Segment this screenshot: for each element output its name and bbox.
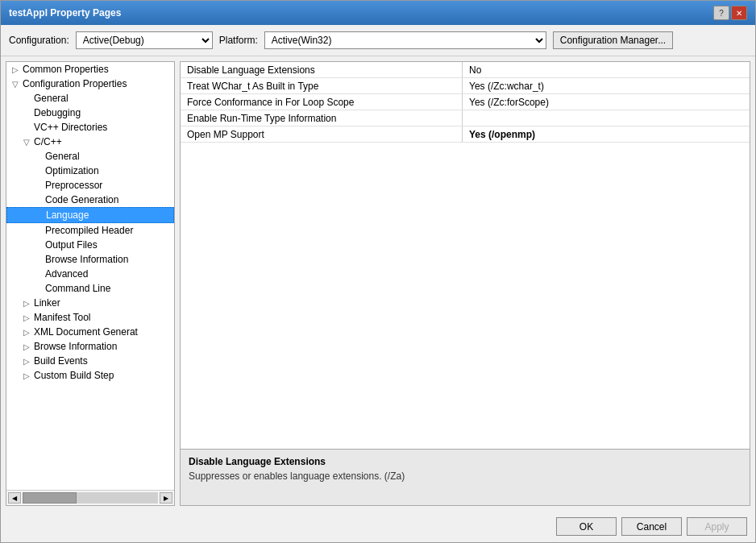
platform-select[interactable]: Active(Win32) <box>264 31 546 49</box>
close-button[interactable]: ✕ <box>731 6 747 20</box>
expand-icon-cpp-out <box>32 239 44 251</box>
expand-icon-cpp-cmdline <box>32 283 44 294</box>
table-row[interactable]: Open MP SupportYes (/openmp) <box>181 126 750 143</box>
expand-icon-cpp-adv <box>32 268 44 280</box>
scroll-right-arrow[interactable]: ▶ <box>160 492 172 504</box>
tree-label-linker: Linker <box>34 297 60 309</box>
expand-icon-cpp-pre <box>32 180 44 191</box>
tree-item-debugging[interactable]: Debugging <box>6 106 174 120</box>
prop-value-2: Yes (/Zc:forScope) <box>463 94 750 110</box>
tree-item-cpp-out[interactable]: Output Files <box>6 238 174 252</box>
tree-label-common-props: Common Properties <box>23 64 109 75</box>
expand-icon-common-props: ▷ <box>10 64 21 75</box>
button-bar: OK Cancel Apply <box>1 511 755 542</box>
tree-label-manifest: Manifest Tool <box>34 312 90 323</box>
tree-label-cpp-browse: Browse Information <box>45 254 128 265</box>
property-table: Disable Language ExtensionsNoTreat WChar… <box>180 61 750 450</box>
tree-label-cpp: C/C++ <box>34 136 62 147</box>
prop-name-2: Force Conformance in For Loop Scope <box>181 94 463 110</box>
help-button[interactable]: ? <box>713 6 729 20</box>
tree-item-cpp-browse[interactable]: Browse Information <box>6 252 174 267</box>
tree-item-manifest[interactable]: ▷Manifest Tool <box>6 310 174 325</box>
platform-label: Platform: <box>219 35 258 46</box>
description-title: Disable Language Extensions <box>189 456 741 467</box>
expand-icon-xml-doc: ▷ <box>21 326 32 338</box>
cancel-button[interactable]: Cancel <box>621 517 682 536</box>
tree-label-cpp-pre: Preprocessor <box>45 180 102 191</box>
tree-label-debugging: Debugging <box>34 107 81 118</box>
expand-icon-cpp-lang <box>33 209 44 221</box>
table-row[interactable]: Enable Run-Time Type Information <box>181 110 750 126</box>
config-manager-button[interactable]: Configuration Manager... <box>553 31 673 49</box>
prop-value-3 <box>463 110 750 126</box>
tree-item-custom-build[interactable]: ▷Custom Build Step <box>6 368 174 383</box>
tree-label-cpp-codegen: Code Generation <box>45 194 118 205</box>
tree-label-cpp-pch: Precompiled Header <box>45 225 133 236</box>
tree-label-cpp-lang: Language <box>46 209 89 221</box>
title-bar: testAppl Property Pages ? ✕ <box>1 1 755 25</box>
ok-button[interactable]: OK <box>556 517 617 536</box>
config-label: Configuration: <box>9 35 69 46</box>
tree-item-cpp-codegen[interactable]: Code Generation <box>6 193 174 207</box>
expand-icon-general <box>21 93 32 104</box>
tree-item-cpp-pre[interactable]: Preprocessor <box>6 178 174 193</box>
prop-value-0: No <box>463 62 750 77</box>
description-panel: Disable Language Extensions Suppresses o… <box>180 450 750 506</box>
tree-label-cpp-general: General <box>45 151 80 162</box>
expand-icon-linker: ▷ <box>21 297 32 309</box>
dialog-title: testAppl Property Pages <box>9 7 121 19</box>
tree-item-cpp-opt[interactable]: Optimization <box>6 164 174 178</box>
tree-item-config-props[interactable]: ▽Configuration Properties <box>6 77 174 91</box>
main-content: ▷Common Properties▽Configuration Propert… <box>1 56 755 511</box>
prop-name-3: Enable Run-Time Type Information <box>181 110 463 126</box>
title-bar-buttons: ? ✕ <box>713 6 747 20</box>
expand-icon-custom-build: ▷ <box>21 370 32 381</box>
tree-item-browse-info[interactable]: ▷Browse Information <box>6 339 174 354</box>
tree-item-cpp-pch[interactable]: Precompiled Header <box>6 223 174 238</box>
apply-button[interactable]: Apply <box>687 517 747 536</box>
tree-label-build-events: Build Events <box>34 355 88 367</box>
tree-panel: ▷Common Properties▽Configuration Propert… <box>6 61 175 506</box>
table-row[interactable]: Force Conformance in For Loop ScopeYes (… <box>181 94 750 110</box>
tree-item-cpp-adv[interactable]: Advanced <box>6 267 174 281</box>
prop-value-1: Yes (/Zc:wchar_t) <box>463 78 750 93</box>
table-row[interactable]: Disable Language ExtensionsNo <box>181 62 750 78</box>
tree-scroll-inner: ▷Common Properties▽Configuration Propert… <box>6 62 174 490</box>
expand-icon-vcpp-dirs <box>21 122 32 133</box>
tree-item-build-events[interactable]: ▷Build Events <box>6 354 174 368</box>
tree-item-general[interactable]: General <box>6 91 174 106</box>
scroll-thumb[interactable] <box>23 492 77 504</box>
tree-item-cpp[interactable]: ▽C/C++ <box>6 135 174 149</box>
tree-label-general: General <box>34 93 69 104</box>
tree-item-common-props[interactable]: ▷Common Properties <box>6 62 174 77</box>
tree-label-browse-info: Browse Information <box>34 341 117 352</box>
expand-icon-browse-info: ▷ <box>21 341 32 352</box>
tree-item-cpp-lang[interactable]: Language <box>6 207 174 223</box>
table-row[interactable]: Treat WChar_t As Built in TypeYes (/Zc:w… <box>181 78 750 94</box>
tree-item-cpp-general[interactable]: General <box>6 149 174 164</box>
prop-name-0: Disable Language Extensions <box>181 62 463 77</box>
toolbar: Configuration: Active(Debug) Platform: A… <box>1 25 755 56</box>
tree-label-cpp-opt: Optimization <box>45 165 99 176</box>
prop-name-4: Open MP Support <box>181 126 463 142</box>
expand-icon-cpp-general <box>32 151 44 162</box>
prop-value-4: Yes (/openmp) <box>463 126 750 142</box>
expand-icon-debugging <box>21 107 32 118</box>
expand-icon-cpp-pch <box>32 225 44 236</box>
tree-label-config-props: Configuration Properties <box>23 78 127 89</box>
tree-label-vcpp-dirs: VC++ Directories <box>34 122 107 133</box>
expand-icon-cpp-opt <box>32 165 44 176</box>
tree-scrollbar: ◀ ▶ <box>6 490 174 505</box>
tree-item-cpp-cmdline[interactable]: Command Line <box>6 281 174 296</box>
expand-icon-manifest: ▷ <box>21 312 32 323</box>
scroll-left-arrow[interactable]: ◀ <box>8 492 21 504</box>
expand-icon-cpp-browse <box>32 254 44 265</box>
dialog-window: testAppl Property Pages ? ✕ Configuratio… <box>0 0 756 543</box>
tree-item-xml-doc[interactable]: ▷XML Document Generat <box>6 325 174 339</box>
expand-icon-config-props: ▽ <box>10 78 21 89</box>
scroll-track[interactable] <box>23 492 158 504</box>
tree-label-cpp-cmdline: Command Line <box>45 283 110 294</box>
configuration-select[interactable]: Active(Debug) <box>76 31 213 49</box>
tree-item-vcpp-dirs[interactable]: VC++ Directories <box>6 120 174 135</box>
tree-item-linker[interactable]: ▷Linker <box>6 296 174 310</box>
